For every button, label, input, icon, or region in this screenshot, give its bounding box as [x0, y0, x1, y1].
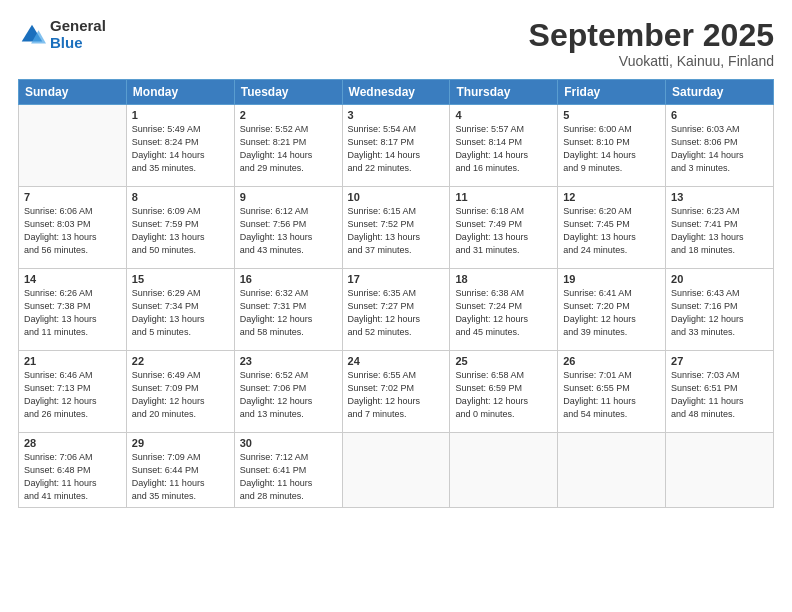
day-number: 16	[240, 273, 337, 285]
day-info: Sunrise: 6:49 AM Sunset: 7:09 PM Dayligh…	[132, 369, 229, 421]
calendar-cell	[342, 433, 450, 508]
logo-general-label: General	[50, 18, 106, 35]
calendar-cell: 14Sunrise: 6:26 AM Sunset: 7:38 PM Dayli…	[19, 269, 127, 351]
day-number: 15	[132, 273, 229, 285]
calendar-cell: 26Sunrise: 7:01 AM Sunset: 6:55 PM Dayli…	[558, 351, 666, 433]
day-info: Sunrise: 7:06 AM Sunset: 6:48 PM Dayligh…	[24, 451, 121, 503]
calendar-cell: 5Sunrise: 6:00 AM Sunset: 8:10 PM Daylig…	[558, 105, 666, 187]
day-info: Sunrise: 6:38 AM Sunset: 7:24 PM Dayligh…	[455, 287, 552, 339]
day-info: Sunrise: 5:52 AM Sunset: 8:21 PM Dayligh…	[240, 123, 337, 175]
day-number: 30	[240, 437, 337, 449]
day-number: 17	[348, 273, 445, 285]
day-info: Sunrise: 6:52 AM Sunset: 7:06 PM Dayligh…	[240, 369, 337, 421]
day-number: 19	[563, 273, 660, 285]
day-number: 27	[671, 355, 768, 367]
calendar-week-3: 14Sunrise: 6:26 AM Sunset: 7:38 PM Dayli…	[19, 269, 774, 351]
day-info: Sunrise: 7:01 AM Sunset: 6:55 PM Dayligh…	[563, 369, 660, 421]
day-info: Sunrise: 5:54 AM Sunset: 8:17 PM Dayligh…	[348, 123, 445, 175]
day-info: Sunrise: 7:03 AM Sunset: 6:51 PM Dayligh…	[671, 369, 768, 421]
calendar-cell: 29Sunrise: 7:09 AM Sunset: 6:44 PM Dayli…	[126, 433, 234, 508]
day-info: Sunrise: 6:41 AM Sunset: 7:20 PM Dayligh…	[563, 287, 660, 339]
day-number: 1	[132, 109, 229, 121]
day-info: Sunrise: 7:09 AM Sunset: 6:44 PM Dayligh…	[132, 451, 229, 503]
day-info: Sunrise: 6:00 AM Sunset: 8:10 PM Dayligh…	[563, 123, 660, 175]
day-header-sunday: Sunday	[19, 80, 127, 105]
day-number: 11	[455, 191, 552, 203]
day-info: Sunrise: 5:57 AM Sunset: 8:14 PM Dayligh…	[455, 123, 552, 175]
day-info: Sunrise: 6:09 AM Sunset: 7:59 PM Dayligh…	[132, 205, 229, 257]
day-number: 28	[24, 437, 121, 449]
day-number: 29	[132, 437, 229, 449]
day-number: 14	[24, 273, 121, 285]
day-info: Sunrise: 6:35 AM Sunset: 7:27 PM Dayligh…	[348, 287, 445, 339]
day-number: 22	[132, 355, 229, 367]
calendar-cell	[450, 433, 558, 508]
calendar-week-1: 1Sunrise: 5:49 AM Sunset: 8:24 PM Daylig…	[19, 105, 774, 187]
day-info: Sunrise: 6:23 AM Sunset: 7:41 PM Dayligh…	[671, 205, 768, 257]
calendar-cell: 20Sunrise: 6:43 AM Sunset: 7:16 PM Dayli…	[666, 269, 774, 351]
calendar-subtitle: Vuokatti, Kainuu, Finland	[529, 53, 774, 69]
day-number: 23	[240, 355, 337, 367]
day-header-monday: Monday	[126, 80, 234, 105]
day-header-thursday: Thursday	[450, 80, 558, 105]
day-number: 4	[455, 109, 552, 121]
day-number: 2	[240, 109, 337, 121]
day-info: Sunrise: 5:49 AM Sunset: 8:24 PM Dayligh…	[132, 123, 229, 175]
calendar-cell: 6Sunrise: 6:03 AM Sunset: 8:06 PM Daylig…	[666, 105, 774, 187]
calendar-cell: 4Sunrise: 5:57 AM Sunset: 8:14 PM Daylig…	[450, 105, 558, 187]
calendar-cell: 13Sunrise: 6:23 AM Sunset: 7:41 PM Dayli…	[666, 187, 774, 269]
day-info: Sunrise: 6:55 AM Sunset: 7:02 PM Dayligh…	[348, 369, 445, 421]
day-header-wednesday: Wednesday	[342, 80, 450, 105]
calendar-cell: 2Sunrise: 5:52 AM Sunset: 8:21 PM Daylig…	[234, 105, 342, 187]
day-number: 9	[240, 191, 337, 203]
calendar-header-row: SundayMondayTuesdayWednesdayThursdayFrid…	[19, 80, 774, 105]
page: General Blue September 2025 Vuokatti, Ka…	[0, 0, 792, 612]
calendar-cell: 17Sunrise: 6:35 AM Sunset: 7:27 PM Dayli…	[342, 269, 450, 351]
calendar-week-5: 28Sunrise: 7:06 AM Sunset: 6:48 PM Dayli…	[19, 433, 774, 508]
day-info: Sunrise: 6:58 AM Sunset: 6:59 PM Dayligh…	[455, 369, 552, 421]
day-number: 13	[671, 191, 768, 203]
logo: General Blue	[18, 18, 106, 51]
day-info: Sunrise: 6:46 AM Sunset: 7:13 PM Dayligh…	[24, 369, 121, 421]
calendar-cell: 3Sunrise: 5:54 AM Sunset: 8:17 PM Daylig…	[342, 105, 450, 187]
day-number: 8	[132, 191, 229, 203]
calendar-week-2: 7Sunrise: 6:06 AM Sunset: 8:03 PM Daylig…	[19, 187, 774, 269]
day-number: 6	[671, 109, 768, 121]
logo-icon	[18, 21, 46, 49]
day-header-friday: Friday	[558, 80, 666, 105]
day-header-tuesday: Tuesday	[234, 80, 342, 105]
logo-blue-label: Blue	[50, 35, 106, 52]
calendar-cell: 9Sunrise: 6:12 AM Sunset: 7:56 PM Daylig…	[234, 187, 342, 269]
day-number: 18	[455, 273, 552, 285]
day-header-saturday: Saturday	[666, 80, 774, 105]
calendar-cell: 19Sunrise: 6:41 AM Sunset: 7:20 PM Dayli…	[558, 269, 666, 351]
calendar-table: SundayMondayTuesdayWednesdayThursdayFrid…	[18, 79, 774, 508]
calendar-cell	[666, 433, 774, 508]
calendar-cell: 25Sunrise: 6:58 AM Sunset: 6:59 PM Dayli…	[450, 351, 558, 433]
calendar-cell: 16Sunrise: 6:32 AM Sunset: 7:31 PM Dayli…	[234, 269, 342, 351]
calendar-cell: 30Sunrise: 7:12 AM Sunset: 6:41 PM Dayli…	[234, 433, 342, 508]
day-number: 5	[563, 109, 660, 121]
day-number: 20	[671, 273, 768, 285]
day-number: 7	[24, 191, 121, 203]
calendar-cell: 15Sunrise: 6:29 AM Sunset: 7:34 PM Dayli…	[126, 269, 234, 351]
calendar-cell: 12Sunrise: 6:20 AM Sunset: 7:45 PM Dayli…	[558, 187, 666, 269]
day-number: 25	[455, 355, 552, 367]
logo-text: General Blue	[50, 18, 106, 51]
calendar-cell: 18Sunrise: 6:38 AM Sunset: 7:24 PM Dayli…	[450, 269, 558, 351]
calendar-cell: 23Sunrise: 6:52 AM Sunset: 7:06 PM Dayli…	[234, 351, 342, 433]
calendar-cell: 27Sunrise: 7:03 AM Sunset: 6:51 PM Dayli…	[666, 351, 774, 433]
day-info: Sunrise: 6:26 AM Sunset: 7:38 PM Dayligh…	[24, 287, 121, 339]
day-info: Sunrise: 6:03 AM Sunset: 8:06 PM Dayligh…	[671, 123, 768, 175]
calendar-cell: 28Sunrise: 7:06 AM Sunset: 6:48 PM Dayli…	[19, 433, 127, 508]
day-info: Sunrise: 6:32 AM Sunset: 7:31 PM Dayligh…	[240, 287, 337, 339]
title-block: September 2025 Vuokatti, Kainuu, Finland	[529, 18, 774, 69]
day-number: 3	[348, 109, 445, 121]
day-info: Sunrise: 6:15 AM Sunset: 7:52 PM Dayligh…	[348, 205, 445, 257]
calendar-cell: 21Sunrise: 6:46 AM Sunset: 7:13 PM Dayli…	[19, 351, 127, 433]
day-info: Sunrise: 7:12 AM Sunset: 6:41 PM Dayligh…	[240, 451, 337, 503]
calendar-cell	[19, 105, 127, 187]
day-info: Sunrise: 6:18 AM Sunset: 7:49 PM Dayligh…	[455, 205, 552, 257]
calendar-title: September 2025	[529, 18, 774, 53]
day-number: 26	[563, 355, 660, 367]
